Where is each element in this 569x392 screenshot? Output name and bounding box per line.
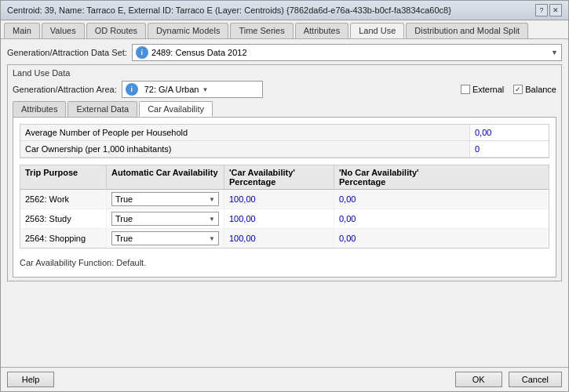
col-car-pct: 'Car Availability' Percentage (224, 165, 334, 189)
dataset-value: 2489: Census Data 2012 (151, 48, 247, 57)
checkboxes-area: External ✓ Balance (461, 85, 556, 94)
dataset-arrow-icon: ▼ (551, 49, 558, 56)
inner-tab-attributes[interactable]: Attributes (13, 101, 66, 117)
function-note: Car Availability Function: Default. (20, 255, 549, 270)
table-row: 2562: Work True ▼ 100,00 0,00 (20, 190, 549, 209)
car-availability-table: Trip Purpose Automatic Car Availability … (20, 165, 549, 249)
inner-tab-external-data[interactable]: External Data (67, 101, 137, 117)
row2-auto-car-value: True (115, 234, 133, 243)
tab-attributes[interactable]: Attributes (295, 23, 348, 38)
row2-no-car-pct: 0,00 (334, 229, 452, 248)
help-button[interactable]: Help (7, 372, 54, 387)
row0-no-car-pct: 0,00 (334, 190, 452, 209)
stat-label-1: Car Ownership (per 1,000 inhabitants) (20, 141, 470, 158)
balance-label: Balance (525, 85, 556, 94)
row0-dropdown-arrow-icon: ▼ (209, 196, 215, 203)
ok-button[interactable]: OK (455, 372, 502, 387)
footer: Help OK Cancel (1, 367, 568, 391)
col-trip-purpose: Trip Purpose (20, 165, 107, 189)
gen-area-value: 72: G/A Urban (144, 85, 199, 94)
external-checkbox-item[interactable]: External (461, 85, 504, 94)
row2-auto-car-dropdown[interactable]: True ▼ (111, 231, 219, 245)
row0-purpose: 2562: Work (20, 190, 107, 209)
row1-car-pct: 100,00 (224, 209, 334, 228)
help-button[interactable]: ? (535, 4, 548, 16)
balance-checkbox[interactable]: ✓ (513, 85, 523, 94)
row1-dropdown-arrow-icon: ▼ (209, 216, 215, 223)
table-row: 2564: Shopping True ▼ 100,00 0,00 (20, 229, 549, 248)
row1-auto-car: True ▼ (107, 209, 224, 228)
row0-auto-car-value: True (115, 194, 133, 204)
row2-dropdown-arrow-icon: ▼ (209, 235, 215, 242)
stat-label-0: Average Number of People per Household (20, 125, 470, 141)
row0-auto-car: True ▼ (107, 190, 224, 209)
balance-checkbox-item[interactable]: ✓ Balance (513, 85, 556, 94)
dataset-row: Generation/Attraction Data Set: i 2489: … (7, 44, 562, 61)
gen-area-icon: i (126, 83, 138, 96)
content-area: Generation/Attraction Data Set: i 2489: … (1, 39, 568, 367)
title-bar: Centroid: 39, Name: Tarraco E, External … (1, 1, 568, 20)
gen-area-arrow-icon: ▼ (202, 86, 208, 93)
row2-auto-car: True ▼ (107, 229, 224, 248)
footer-left: Help (7, 372, 54, 387)
close-button[interactable]: ✕ (549, 4, 562, 16)
land-use-group: Land Use Data Generation/Attraction Area… (7, 64, 562, 281)
row2-purpose: 2564: Shopping (20, 229, 107, 248)
col-no-car-pct: 'No Car Availability' Percentage (334, 165, 452, 189)
gen-area-dropdown[interactable]: i 72: G/A Urban ▼ (122, 81, 263, 98)
main-window: Centroid: 39, Name: Tarraco E, External … (0, 0, 569, 392)
row1-auto-car-value: True (115, 214, 133, 223)
cancel-button[interactable]: Cancel (509, 372, 562, 387)
table-header: Trip Purpose Automatic Car Availability … (20, 165, 549, 190)
table-row: 2563: Study True ▼ 100,00 0,00 (20, 209, 549, 229)
dataset-dropdown[interactable]: i 2489: Census Data 2012 ▼ (132, 44, 562, 61)
row1-auto-car-dropdown[interactable]: True ▼ (111, 212, 219, 226)
tab-land-use[interactable]: Land Use (350, 23, 404, 38)
row1-purpose: 2563: Study (20, 209, 107, 228)
inner-tab-car-availability[interactable]: Car Availability (139, 101, 213, 117)
tab-bar: Main Values OD Routes Dynamic Models Tim… (1, 20, 568, 39)
window-title: Centroid: 39, Name: Tarraco E, External … (7, 5, 535, 15)
inner-tab-content: Average Number of People per Household 0… (13, 117, 556, 278)
inner-tab-bar: Attributes External Data Car Availabilit… (13, 101, 556, 117)
tab-main[interactable]: Main (4, 23, 40, 38)
gen-area-row: Generation/Attraction Area: i 72: G/A Ur… (13, 81, 556, 98)
footer-right: OK Cancel (455, 372, 562, 387)
land-use-group-label: Land Use Data (13, 68, 556, 78)
stat-value-0: 0,00 (470, 125, 549, 141)
tab-dynamic-models[interactable]: Dynamic Models (148, 23, 228, 38)
stats-grid: Average Number of People per Household 0… (20, 124, 549, 158)
external-label: External (472, 85, 504, 94)
tab-od-routes[interactable]: OD Routes (86, 23, 146, 38)
external-checkbox[interactable] (461, 85, 470, 94)
tab-distribution[interactable]: Distribution and Modal Split (406, 23, 528, 38)
row0-car-pct: 100,00 (224, 190, 334, 209)
dataset-label: Generation/Attraction Data Set: (7, 48, 127, 57)
dataset-icon: i (136, 46, 148, 59)
row2-car-pct: 100,00 (224, 229, 334, 248)
gen-area-label: Generation/Attraction Area: (13, 85, 117, 94)
stat-value-1: 0 (470, 141, 549, 158)
tab-values[interactable]: Values (42, 23, 85, 38)
col-auto-car: Automatic Car Availability (107, 165, 224, 189)
tab-time-series[interactable]: Time Series (230, 23, 293, 38)
row0-auto-car-dropdown[interactable]: True ▼ (111, 192, 219, 206)
row1-no-car-pct: 0,00 (334, 209, 452, 228)
title-controls: ? ✕ (535, 4, 562, 16)
